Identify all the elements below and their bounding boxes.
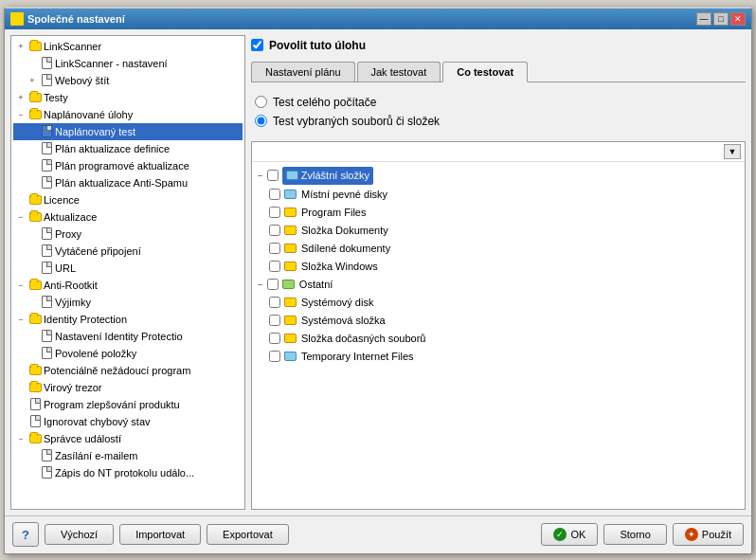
tree-item-identity-settings[interactable]: Nastavení Identity Protectio: [13, 328, 243, 345]
scan-item-other[interactable]: − Ostatní: [256, 276, 741, 294]
scan-checkbox[interactable]: [267, 279, 279, 290]
scan-item-special-folders[interactable]: − Zvláštní složky: [256, 166, 741, 186]
radio-selected[interactable]: [255, 115, 267, 127]
tree-item-program-update[interactable]: Plán programové aktualizace: [13, 157, 243, 174]
tab-plan[interactable]: Nastavení plánu: [251, 62, 355, 81]
enable-task-checkbox[interactable]: [251, 39, 263, 51]
expand-icon: [27, 177, 38, 189]
tab-how[interactable]: Jak testovat: [357, 62, 441, 81]
tree-item-connections[interactable]: Vytáčené připojení: [13, 243, 243, 260]
page-icon: [40, 176, 53, 190]
scan-folder-icon: [284, 244, 297, 253]
scan-item-local-disks[interactable]: Místní pevné disky: [256, 186, 741, 204]
scan-checkbox[interactable]: [269, 189, 280, 200]
tree-item-improvement[interactable]: Program zlepšování produktu: [13, 396, 243, 413]
scan-item-label: Složka dočasných souborů: [301, 331, 425, 347]
scan-checkbox[interactable]: [269, 225, 280, 236]
enable-task-row: Povolit tuto úlohu: [251, 35, 746, 56]
page-icon: [40, 227, 53, 241]
scan-checkbox[interactable]: [269, 315, 280, 326]
tree-label: Identity Protection: [44, 312, 127, 327]
maximize-button[interactable]: □: [713, 12, 729, 26]
tree-label: Potenciálně nežádoucí program: [44, 363, 190, 378]
tree-label: Správce událostí: [44, 431, 121, 446]
folder-icon: [28, 279, 42, 292]
content-area: + LinkScanner LinkScanner - nastavení + …: [5, 29, 751, 515]
tab-what[interactable]: Co testovat: [442, 62, 528, 82]
tree-label: Zápis do NT protokolu událo...: [55, 465, 194, 480]
apply-button[interactable]: ✦ Použít: [673, 523, 744, 546]
scan-item-program-files[interactable]: Program Files: [256, 204, 741, 222]
scan-item-label: Temporary Internet Files: [301, 349, 414, 365]
radio-all[interactable]: [255, 96, 267, 108]
folder-icon: [28, 381, 42, 394]
folder-icon: [28, 91, 42, 104]
tree-item-antirootkit[interactable]: − Anti-Rootkit: [13, 277, 243, 294]
export-button[interactable]: Exportovat: [207, 524, 289, 545]
tree-item-scheduled-test[interactable]: Naplánovaný test: [13, 123, 243, 140]
tree-label: Naplánované úlohy: [44, 107, 133, 122]
tree-label: Povolené položky: [55, 346, 136, 361]
tree-item-exceptions[interactable]: Výjimky: [13, 294, 243, 311]
tree-item-nt-log[interactable]: Zápis do NT protokolu událo...: [13, 464, 243, 481]
scan-checkbox[interactable]: [269, 297, 280, 308]
tree-item-linkscanner[interactable]: + LinkScanner: [13, 38, 243, 55]
scan-item-internet-files[interactable]: Temporary Internet Files: [256, 348, 741, 366]
tree-item-proxy[interactable]: Proxy: [13, 226, 243, 243]
expand-icon: [27, 262, 38, 274]
tree-item-event-manager[interactable]: − Správce událostí: [13, 430, 243, 447]
cancel-button[interactable]: Storno: [603, 524, 666, 545]
radio-selected-label[interactable]: Test vybraných souborů či složek: [273, 115, 440, 128]
ok-button[interactable]: ✓ OK: [541, 523, 598, 546]
tree-item-scheduled[interactable]: − Naplánované úlohy: [13, 106, 243, 123]
tree-item-antispam-update[interactable]: Plán aktualizace Anti-Spamu: [13, 174, 243, 191]
import-button[interactable]: Importovat: [119, 524, 201, 545]
help-button[interactable]: ?: [12, 522, 39, 547]
tree-item-url[interactable]: URL: [13, 260, 243, 277]
expand-icon: [15, 399, 27, 410]
scan-folder-icon-special: [286, 171, 298, 180]
right-panel: Povolit tuto úlohu Nastavení plánu Jak t…: [251, 35, 746, 510]
close-button[interactable]: ✕: [730, 12, 746, 26]
default-button[interactable]: Výchozí: [45, 524, 114, 545]
tree-label: Ignorovat chybový stav: [44, 414, 151, 429]
scan-folder-icon: [284, 190, 297, 199]
scan-item-system-disk[interactable]: Systémový disk: [256, 294, 741, 312]
scan-item-system-folder[interactable]: Systémová složka: [256, 312, 741, 330]
tree-item-pup[interactable]: Potenciálně nežádoucí program: [13, 362, 243, 379]
main-window: Společné nastavení — □ ✕ + LinkScanner: [4, 7, 752, 554]
dropdown-button[interactable]: ▼: [724, 144, 741, 159]
tree-label: Proxy: [55, 226, 81, 242]
tree-item-update-def[interactable]: Plán aktualizace definice: [13, 140, 243, 157]
page-icon: [40, 296, 53, 309]
scan-folder-icon: [284, 334, 297, 343]
scan-item-windows[interactable]: Složka Windows: [256, 258, 741, 276]
scan-checkbox[interactable]: [269, 243, 280, 254]
scan-item-shared-docs[interactable]: Sdílené dokumenty: [256, 240, 741, 258]
tree-label: Plán programové aktualizace: [55, 158, 189, 173]
enable-task-label[interactable]: Povolit tuto úlohu: [269, 39, 366, 52]
expand-icon: [27, 450, 38, 461]
radio-all-row: Test celého počítače: [255, 96, 742, 109]
expand-icon: [15, 365, 27, 376]
tree-item-allowed[interactable]: Povolené položky: [13, 345, 243, 362]
scan-checkbox[interactable]: [269, 333, 280, 344]
tree-item-web-shield[interactable]: + Webový štít: [13, 72, 243, 89]
tree-item-licence[interactable]: Licence: [13, 191, 243, 208]
tree-item-identity-protection[interactable]: − Identity Protection: [13, 311, 243, 328]
scan-item-documents[interactable]: Složka Dokumenty: [256, 222, 741, 240]
tree-item-ignore-errors[interactable]: Ignorovat chybový stav: [13, 413, 243, 430]
scan-checkbox[interactable]: [269, 207, 280, 218]
tree-item-linkscanner-settings[interactable]: LinkScanner - nastavení: [13, 55, 243, 72]
scan-checkbox[interactable]: [269, 261, 280, 272]
tree-item-tests[interactable]: + Testy: [13, 89, 243, 106]
scan-checkbox[interactable]: [267, 170, 279, 181]
scan-checkbox[interactable]: [269, 351, 280, 362]
minimize-button[interactable]: —: [696, 12, 711, 26]
scan-item-temp[interactable]: Složka dočasných souborů: [256, 330, 741, 348]
tree-item-virus-vault[interactable]: Virový trezor: [13, 379, 243, 396]
tree-item-updates[interactable]: − Aktualizace: [13, 208, 243, 226]
expand-icon: −: [15, 280, 27, 291]
radio-all-label[interactable]: Test celého počítače: [273, 96, 376, 109]
tree-item-email[interactable]: Zasílání e-mailem: [13, 447, 243, 464]
